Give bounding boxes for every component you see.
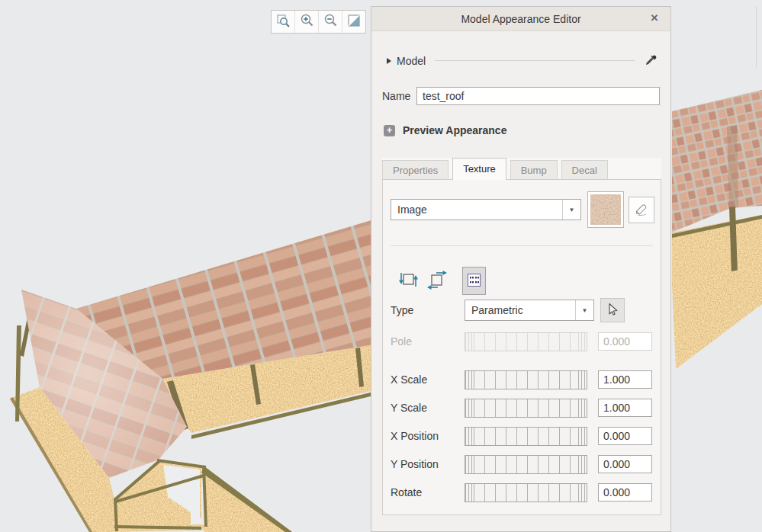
repeat-vertical-icon xyxy=(398,270,418,292)
image-map-row: Image ▼ xyxy=(391,191,654,229)
refit-icon xyxy=(346,13,362,31)
tab-properties[interactable]: Properties xyxy=(382,160,449,180)
content-divider xyxy=(391,245,653,246)
model-appearance-editor-panel: Model Appearance Editor ✕ Model Name + P… xyxy=(371,6,671,532)
eraser-icon xyxy=(633,200,650,220)
preview-appearance-row: + Preview Appearance xyxy=(384,124,506,136)
type-label: Type xyxy=(391,304,465,316)
chevron-down-icon: ▼ xyxy=(562,200,580,220)
panel-titlebar[interactable]: Model Appearance Editor ✕ xyxy=(371,7,670,31)
x-position-value-input[interactable] xyxy=(598,427,652,445)
zoom-out-button[interactable] xyxy=(319,11,342,33)
eyedropper-icon[interactable] xyxy=(645,53,658,69)
refit-button[interactable] xyxy=(342,11,365,33)
x-position-label: X Position xyxy=(391,430,465,442)
pole-label: Pole xyxy=(391,335,465,348)
model-section-label: Model xyxy=(397,55,426,67)
y-position-thumbwheel[interactable] xyxy=(465,455,587,474)
rotate-thumbwheel[interactable] xyxy=(465,483,587,502)
type-row: Type Parametric ▼ xyxy=(391,298,654,322)
type-value: Parametric xyxy=(465,300,575,320)
pole-value-input xyxy=(598,332,652,351)
preview-appearance-label: Preview Appearance xyxy=(403,124,506,136)
texture-thumbnail[interactable] xyxy=(587,191,624,228)
pole-thumbwheel xyxy=(465,332,587,351)
y-scale-label: Y Scale xyxy=(391,402,465,414)
name-label: Name xyxy=(382,90,416,102)
zoom-out-icon xyxy=(323,13,338,31)
name-row: Name xyxy=(382,87,660,105)
x-scale-thumbwheel[interactable] xyxy=(465,370,587,389)
rotate-label: Rotate xyxy=(391,486,465,498)
zoom-region-icon xyxy=(275,13,291,31)
close-icon[interactable]: ✕ xyxy=(648,12,661,24)
x-position-thumbwheel[interactable] xyxy=(465,427,587,446)
side-panel-edge xyxy=(756,6,757,67)
pole-row: Pole xyxy=(391,332,654,351)
map-type-dropdown[interactable]: Image ▼ xyxy=(391,199,581,220)
clear-texture-button[interactable] xyxy=(629,197,654,223)
section-divider xyxy=(435,60,635,61)
chevron-right-icon xyxy=(387,58,391,64)
cursor-arrow-icon xyxy=(605,302,620,319)
rotate-row: Rotate xyxy=(391,482,654,502)
rotate-value-input[interactable] xyxy=(598,483,652,502)
repeat-vertical-button[interactable] xyxy=(397,268,420,294)
map-type-value: Image xyxy=(391,200,562,220)
slider-rows: Pole X Scale Y Scale X Position Y Positi xyxy=(391,332,654,511)
tab-bump[interactable]: Bump xyxy=(510,160,558,180)
y-position-label: Y Position xyxy=(391,458,465,470)
x-scale-label: X Scale xyxy=(391,373,465,386)
model-section-header[interactable]: Model xyxy=(387,53,658,69)
select-surface-button[interactable] xyxy=(600,298,625,322)
y-scale-row: Y Scale xyxy=(391,398,654,418)
zoom-region-button[interactable] xyxy=(272,11,295,33)
y-scale-value-input[interactable] xyxy=(598,399,652,417)
parametric-placement-icon xyxy=(468,274,481,289)
panel-title: Model Appearance Editor xyxy=(461,13,580,25)
repeat-horizontal-icon xyxy=(427,270,447,292)
x-position-row: X Position xyxy=(391,426,654,446)
tab-decal[interactable]: Decal xyxy=(561,160,608,180)
placement-icon-row xyxy=(397,267,486,295)
tab-strip: Properties Texture Bump Decal xyxy=(382,158,661,179)
tab-texture[interactable]: Texture xyxy=(452,158,506,180)
zoom-in-button[interactable] xyxy=(295,11,319,33)
x-scale-row: X Scale xyxy=(391,370,654,389)
parametric-placement-button[interactable] xyxy=(462,267,486,295)
name-input[interactable] xyxy=(416,87,660,105)
y-position-row: Y Position xyxy=(391,454,654,474)
x-scale-value-input[interactable] xyxy=(598,370,652,389)
zoom-in-icon xyxy=(299,13,314,31)
texture-tab-content: Image ▼ xyxy=(382,179,661,515)
expand-plus-icon[interactable]: + xyxy=(384,125,395,136)
y-position-value-input[interactable] xyxy=(598,455,652,473)
chevron-down-icon: ▼ xyxy=(575,300,593,320)
view-toolbar xyxy=(271,10,366,34)
type-dropdown[interactable]: Parametric ▼ xyxy=(465,300,594,321)
repeat-horizontal-button[interactable] xyxy=(426,268,449,294)
y-scale-thumbwheel[interactable] xyxy=(465,399,587,418)
